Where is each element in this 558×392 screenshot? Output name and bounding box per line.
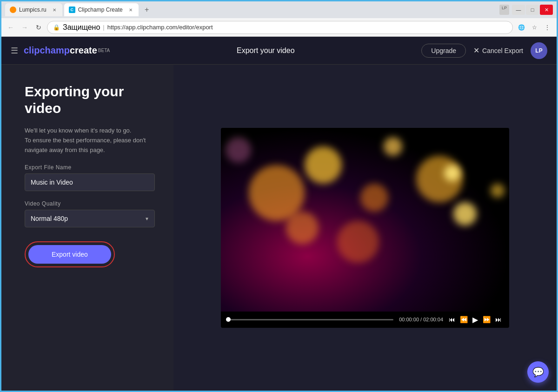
logo-create-text: create [70,45,97,56]
export-title: Exporting your video [25,83,155,117]
app-header: ☰ clipchamp create BETA Export your vide… [1,37,557,65]
right-panel: 00:00:00 / 02:00:04 ⏮ ⏪ ▶ ⏩ ⏭ [173,65,557,391]
left-panel: Exporting your video We'll let you know … [1,65,173,391]
menu-button[interactable]: ⋮ [542,22,553,33]
url-actions: 🌐 ☆ ⋮ [516,22,553,33]
title-bar: Lumpics.ru ✕ C Clipchamp Create ✕ + LP —… [1,1,557,18]
back-button[interactable]: ← [5,22,16,33]
quality-label: Video Quality [25,200,155,207]
cancel-export-button[interactable]: ✕ Cancel Export [473,46,523,55]
user-label: LP [499,5,509,15]
skip-forward-button[interactable]: ⏭ [495,316,502,323]
video-thumbnail [221,128,509,312]
progress-bar[interactable] [228,319,393,320]
progress-thumb [226,317,231,322]
logo-clipchamp-text: clipchamp [24,45,70,56]
skip-back-button[interactable]: ⏮ [449,316,455,323]
video-container: 00:00:00 / 02:00:04 ⏮ ⏪ ▶ ⏩ ⏭ [221,128,509,328]
app-logo: clipchamp create BETA [24,45,110,56]
header-actions: Upgrade ✕ Cancel Export LP [421,42,547,59]
export-button-wrapper: Export video [25,241,115,267]
tab-lumpics-close[interactable]: ✕ [51,7,58,13]
avatar[interactable]: LP [531,42,547,59]
play-button[interactable]: ▶ [472,315,478,324]
lock-icon: 🔒 [53,24,60,31]
translate-button[interactable]: 🌐 [516,22,527,33]
chat-bubble-button[interactable]: 💬 [527,361,549,383]
bookmark-button[interactable]: ☆ [529,22,540,33]
quality-select[interactable]: Normal 480p High 720p Full HD 1080p [25,210,155,227]
window-controls: LP — □ ✕ [499,5,553,15]
url-separator: | [103,24,104,31]
refresh-button[interactable]: ↻ [33,22,44,33]
time-display: 00:00:00 / 02:00:04 [399,317,443,322]
playback-controls: ⏮ ⏪ ▶ ⏩ ⏭ [449,315,502,324]
url-text: https://app.clipchamp.com/editor/export [107,24,213,31]
export-video-button[interactable]: Export video [28,245,111,264]
header-center: Export your video [110,47,421,55]
tab-clipchamp-close[interactable]: ✕ [127,7,134,13]
quality-select-wrapper: Normal 480p High 720p Full HD 1080p [25,210,155,227]
minimize-button[interactable]: — [512,5,525,15]
cancel-export-label: Cancel Export [482,47,523,54]
video-controls: 00:00:00 / 02:00:04 ⏮ ⏪ ▶ ⏩ ⏭ [221,312,509,328]
close-button[interactable]: ✕ [540,5,553,15]
main-layout: Exporting your video We'll let you know … [1,65,557,391]
app-content: ☰ clipchamp create BETA Export your vide… [1,37,557,391]
tab-clipchamp-label: Clipchamp Create [78,7,123,13]
clipchamp-favicon: C [69,7,75,13]
tab-lumpics[interactable]: Lumpics.ru ✕ [5,3,62,16]
upgrade-button[interactable]: Upgrade [421,44,466,58]
lumpics-favicon [10,7,16,13]
url-bar[interactable]: 🔒 Защищено | https://app.clipchamp.com/e… [47,21,513,34]
file-name-input[interactable] [25,173,155,191]
cancel-x-icon: ✕ [473,46,479,55]
forward-button[interactable]: → [19,22,30,33]
protocol-text: Защищено [63,23,100,32]
fast-forward-button[interactable]: ⏩ [483,316,491,323]
file-name-group: Export File Name [25,164,155,191]
rewind-button[interactable]: ⏪ [460,316,468,323]
maximize-button[interactable]: □ [526,5,539,15]
export-subtitle: We'll let you know when it's ready to go… [25,126,155,155]
new-tab-button[interactable]: + [140,3,153,16]
video-preview [221,128,509,312]
file-name-label: Export File Name [25,164,155,171]
logo-beta-badge: BETA [98,48,110,53]
page-title: Export your video [237,47,295,55]
tab-clipchamp[interactable]: C Clipchamp Create ✕ [64,3,139,16]
address-bar: ← → ↻ 🔒 Защищено | https://app.clipchamp… [1,18,557,37]
quality-group: Video Quality Normal 480p High 720p Full… [25,200,155,227]
menu-icon[interactable]: ☰ [11,46,18,56]
tab-lumpics-label: Lumpics.ru [19,7,46,13]
